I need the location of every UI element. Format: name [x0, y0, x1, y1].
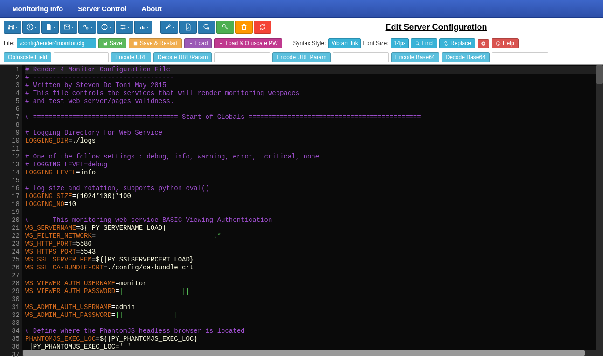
code-line[interactable]: # ===================================== … — [25, 113, 603, 121]
code-line[interactable]: PHANTOMJS_EXEC_LOC=${|PY_PHANTOMJS_EXEC_… — [25, 335, 603, 343]
code-line[interactable]: # Render 4 Monitor Configuration File — [25, 66, 603, 74]
code-line[interactable]: # One of the follow settings : debug, in… — [25, 153, 603, 161]
line-number: 11 — [0, 145, 20, 153]
code-line[interactable] — [25, 145, 603, 153]
line-number: 32 — [0, 311, 20, 319]
line-number: 35 — [0, 335, 20, 343]
encode-base64-button[interactable]: Encode Base64 — [391, 52, 439, 62]
vertical-scrollbar-thumb[interactable] — [596, 65, 603, 84]
file-settings-icon[interactable] — [179, 21, 197, 34]
line-number: 37 — [0, 351, 20, 359]
syntax-style-input[interactable] — [328, 38, 361, 48]
load-ofuscate-button[interactable]: Load & Ofuscate PW — [214, 38, 282, 48]
url-input[interactable] — [214, 52, 270, 62]
code-line[interactable]: WS_FILTER_NETWORK= .* — [25, 232, 603, 240]
code-line[interactable] — [25, 272, 603, 280]
toolbar-group-2 — [160, 21, 271, 34]
line-number: 23 — [0, 240, 20, 248]
code-line[interactable]: WS_HTTP_PORT=5580 — [25, 240, 603, 248]
horizontal-scrollbar[interactable] — [22, 350, 596, 356]
load-ofuscate-label: Load & Ofuscate PW — [225, 40, 277, 47]
toolbar: i Edit Server Configuration — [0, 18, 603, 36]
find-button[interactable]: Find — [411, 38, 437, 48]
encode-row: Obfuscate Field Encode URL Decode URL/Pa… — [0, 50, 603, 64]
binoculars-icon[interactable] — [4, 21, 21, 34]
line-number: 30 — [0, 295, 20, 303]
key-icon[interactable] — [216, 21, 234, 34]
svg-rect-10 — [207, 27, 209, 29]
code-line[interactable]: LOGGING_SIZE=(1024*100)*100 — [25, 192, 603, 200]
code-line[interactable]: LOGGING_LEVEL=info — [25, 169, 603, 177]
code-line[interactable]: WS_VIEWER_AUTH_USERNAME=monitor — [25, 280, 603, 288]
code-line[interactable] — [25, 208, 603, 216]
line-number: 4 — [0, 89, 20, 97]
code-line[interactable] — [25, 105, 603, 113]
encode-url-param-button[interactable]: Encode URL Param — [272, 52, 330, 62]
mail-icon[interactable] — [60, 21, 77, 34]
code-line[interactable]: # Define where the PhantomJS headless br… — [25, 327, 603, 335]
base64-input[interactable] — [492, 52, 548, 62]
code-line[interactable]: WS_ADMIN_AUTH_USERNAME=admin — [25, 303, 603, 311]
code-line[interactable]: WS_SERVERNAME=${|PY SERVERNAME LOAD} — [25, 224, 603, 232]
page-title: Edit Server Configuration — [273, 22, 599, 32]
code-line[interactable] — [25, 319, 603, 327]
code-line[interactable]: # ------------------------------------ — [25, 74, 603, 82]
file-path-input[interactable] — [17, 38, 96, 48]
code-line[interactable]: WS_ADMIN_AUTH_PASSWORD=|| || — [25, 311, 603, 319]
line-number: 29 — [0, 288, 20, 295]
code-line[interactable] — [25, 295, 603, 303]
encode-url-button[interactable]: Encode URL — [111, 52, 151, 62]
wrench-icon[interactable] — [160, 21, 178, 34]
code-line[interactable]: # LOGGING_LEVEL=debug — [25, 161, 603, 169]
code-line[interactable]: LOGGING_NO=10 — [25, 200, 603, 208]
trash-icon[interactable] — [235, 21, 253, 34]
line-number: 22 — [0, 232, 20, 240]
editor-content[interactable]: # Render 4 Monitor Configuration File# -… — [22, 65, 603, 356]
chart-icon[interactable] — [134, 21, 152, 34]
info-icon[interactable]: i — [22, 21, 40, 34]
sliders-icon[interactable] — [116, 21, 133, 34]
url-param-input[interactable] — [333, 52, 389, 62]
code-line[interactable]: WS_HTTPS_PORT=5543 — [25, 248, 603, 256]
line-number: 7 — [0, 113, 20, 121]
line-number: 16 — [0, 185, 20, 192]
document-icon[interactable] — [41, 21, 59, 34]
vertical-scrollbar[interactable] — [596, 65, 603, 356]
save-restart-button[interactable]: Save & Restart — [129, 38, 182, 48]
code-editor[interactable]: 1234567891011121314151617181920212223242… — [0, 64, 603, 356]
globe-lock-icon[interactable] — [198, 21, 215, 34]
code-line[interactable]: WS_VIEWER_AUTH_PASSWORD=|| || — [25, 288, 603, 295]
obfuscate-field-button[interactable]: Obfuscate Field — [4, 52, 51, 62]
code-line[interactable]: LOGGING_DIR=./logs — [25, 137, 603, 145]
code-line[interactable]: # and test web server/pages validness. — [25, 97, 603, 105]
decode-base64-button[interactable]: Decode Base64 — [442, 52, 490, 62]
code-line[interactable]: # ---- This monitoring web service BASIC… — [25, 216, 603, 224]
refresh-icon[interactable] — [254, 21, 271, 34]
svg-point-12 — [416, 41, 418, 44]
font-size-input[interactable] — [391, 38, 409, 48]
line-number: 1 — [0, 66, 20, 74]
decode-url-button[interactable]: Decode URL/Param — [153, 52, 212, 62]
stop-button[interactable] — [478, 39, 489, 48]
menu-monitoring-info[interactable]: Monitoring Info — [5, 1, 70, 16]
globe-icon[interactable] — [97, 21, 115, 34]
line-number: 28 — [0, 280, 20, 288]
code-line[interactable]: # Log size and rotation, supports python… — [25, 185, 603, 192]
code-line[interactable]: # Written by Steven De Toni May 2015 — [25, 82, 603, 89]
save-button[interactable]: Save — [98, 38, 126, 48]
menu-server-control[interactable]: Server Control — [70, 1, 134, 16]
code-line[interactable]: WS_SSL_CA-BUNDLE-CRT=./config/ca-bundle.… — [25, 264, 603, 272]
code-line[interactable] — [25, 177, 603, 185]
line-number: 5 — [0, 97, 20, 105]
code-line[interactable]: # This file controls the services that w… — [25, 89, 603, 97]
load-button[interactable]: Load — [184, 38, 212, 48]
code-line[interactable] — [25, 121, 603, 129]
replace-button[interactable]: Replace — [439, 38, 475, 48]
code-line[interactable]: WS_SSL_SERVER_PEM=${|PY_SSLSERVERCERT_LO… — [25, 256, 603, 264]
help-button[interactable]: ?Help — [492, 38, 519, 48]
obfuscate-input[interactable] — [54, 52, 109, 62]
menu-about[interactable]: About — [134, 1, 169, 16]
horizontal-scrollbar-thumb[interactable] — [23, 350, 585, 356]
code-line[interactable]: # Logging Directory for Web Service — [25, 129, 603, 137]
gears-icon[interactable] — [78, 21, 96, 34]
